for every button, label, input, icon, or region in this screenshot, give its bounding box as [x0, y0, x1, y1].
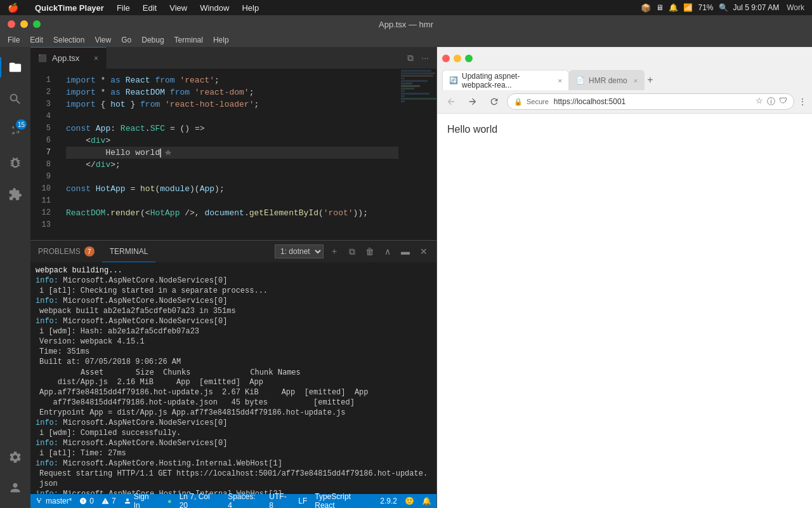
- panel-tab-problems[interactable]: PROBLEMS 7: [30, 241, 102, 262]
- browser-minimize-button[interactable]: [454, 55, 461, 62]
- line-num-3: 3: [30, 98, 56, 110]
- terminal-line: info: Microsoft.AspNetCore.NodeServices[…: [36, 438, 431, 448]
- menu-help-vscode[interactable]: Help: [208, 36, 234, 44]
- terminal-label: TERMINAL: [110, 247, 148, 256]
- code-content[interactable]: import * as React from 'react'; import *…: [61, 69, 398, 240]
- code-line-13: [66, 219, 398, 231]
- warnings-count[interactable]: 7: [102, 497, 116, 505]
- address-bar[interactable]: 🔒 Secure https://localhost:5001 ☆ ⓘ 🛡: [507, 93, 794, 110]
- line-num-1: 1: [30, 74, 56, 86]
- menu-go-vscode[interactable]: Go: [116, 36, 136, 44]
- kill-terminal-button[interactable]: 🗑: [362, 244, 378, 259]
- tab-filename: App.tsx: [52, 53, 79, 63]
- browser-tab-active[interactable]: 🔄 Updating aspnet-webpack-rea... ×: [442, 70, 569, 90]
- traffic-lights: [8, 20, 41, 28]
- tab-close-button[interactable]: ×: [94, 54, 98, 63]
- tab-actions: ⧉ ···: [405, 47, 436, 69]
- browser-tab-close-1[interactable]: ×: [558, 77, 562, 84]
- line-num-4: 4: [30, 110, 56, 123]
- browser-refresh-button[interactable]: [485, 93, 503, 110]
- window-title: App.tsx — hmr: [379, 20, 433, 29]
- activity-account[interactable]: [0, 472, 30, 503]
- menu-view[interactable]: View: [163, 3, 193, 13]
- add-terminal-button[interactable]: ＋: [326, 243, 343, 260]
- eol[interactable]: LF: [298, 497, 307, 505]
- terminal-line: i [wdm]: Hash: ab2e1a2fa5cdfeb07a23: [36, 326, 431, 337]
- apple-menu[interactable]: 🍎: [8, 3, 18, 13]
- close-panel-button[interactable]: ✕: [416, 244, 431, 259]
- git-branch[interactable]: master*: [36, 497, 72, 505]
- terminal-line: i [wdm]: Compiled successfully.: [36, 428, 431, 438]
- terminal-selector[interactable]: 1: dotnet: [275, 244, 324, 258]
- line-num-11: 11: [30, 195, 56, 207]
- activity-extensions[interactable]: [0, 179, 30, 210]
- menu-window[interactable]: Window: [193, 3, 235, 13]
- terminal-line: App.af7f3e84815dd4f79186.hot-update.js 2…: [36, 387, 431, 398]
- layout-button[interactable]: ▬: [397, 244, 414, 259]
- work-label: Work: [787, 3, 804, 12]
- secure-icon: 🔒: [514, 98, 523, 106]
- terminal-line: Time: 351ms: [36, 347, 431, 357]
- info-icon[interactable]: ⓘ: [767, 96, 775, 107]
- menu-file-vscode[interactable]: File: [3, 36, 25, 44]
- minimize-button[interactable]: [20, 20, 28, 28]
- maximize-panel-button[interactable]: ∧: [381, 244, 395, 259]
- activity-debug[interactable]: [0, 147, 30, 178]
- menu-terminal-vscode[interactable]: Terminal: [169, 36, 208, 44]
- line-num-2: 2: [30, 86, 56, 98]
- activity-source-control[interactable]: 15: [0, 116, 30, 146]
- editor-tab-app-tsx[interactable]: ⬛ App.tsx ×: [30, 47, 107, 69]
- system-time: Jul 5 9:07 AM: [733, 3, 780, 12]
- menu-view-vscode[interactable]: View: [89, 36, 116, 44]
- browser-extras: ⋮: [798, 97, 807, 107]
- menu-edit[interactable]: Edit: [136, 3, 163, 13]
- menu-help[interactable]: Help: [235, 3, 265, 13]
- panel-tab-terminal[interactable]: TERMINAL: [102, 241, 156, 262]
- activity-settings[interactable]: [0, 442, 30, 472]
- cursor-position[interactable]: Ln 7, Col 20: [180, 492, 221, 508]
- editor-section: ⬛ App.tsx × ⧉ ··· 1 2 3 4: [30, 47, 436, 240]
- maximize-button[interactable]: [33, 20, 41, 28]
- browser-tab-close-2[interactable]: ×: [634, 77, 638, 84]
- errors-count[interactable]: 0: [79, 497, 94, 505]
- browser-back-button[interactable]: [442, 93, 460, 110]
- menu-file[interactable]: File: [110, 3, 136, 13]
- browser-tab-inactive[interactable]: 📄 HMR demo ×: [569, 70, 645, 90]
- encoding[interactable]: UTF-8: [269, 492, 291, 508]
- language-mode[interactable]: TypeScript React: [315, 492, 372, 508]
- notification-icon: 🔔: [669, 3, 678, 12]
- bookmark-icon[interactable]: ☆: [756, 96, 763, 107]
- emoji-button[interactable]: 🙂: [405, 497, 414, 505]
- more-actions-button[interactable]: ···: [419, 50, 431, 65]
- menu-selection-vscode[interactable]: Selection: [48, 36, 89, 44]
- menu-edit-vscode[interactable]: Edit: [25, 36, 48, 44]
- split-editor-button[interactable]: ⧉: [405, 50, 416, 66]
- line-num-12: 12: [30, 207, 56, 219]
- editor-tab-bar: ⬛ App.tsx × ⧉ ···: [30, 47, 436, 69]
- code-line-8: </div>;: [66, 159, 398, 171]
- menu-debug-vscode[interactable]: Debug: [136, 36, 169, 44]
- activity-search[interactable]: [0, 84, 30, 114]
- browser-tab-title-2: HMR demo: [589, 76, 627, 85]
- indentation[interactable]: Spaces: 4: [228, 492, 261, 508]
- menu-app-name[interactable]: QuickTime Player: [29, 3, 110, 13]
- ts-version[interactable]: 2.9.2: [380, 497, 397, 505]
- split-terminal-button[interactable]: ⧉: [345, 244, 359, 260]
- hello-world-text: Hello world: [447, 124, 802, 135]
- activity-files[interactable]: [0, 52, 30, 83]
- sign-in-button[interactable]: Sign In: [124, 492, 157, 508]
- code-line-5: const App: React.SFC = () =>: [66, 123, 398, 135]
- shield-icon[interactable]: 🛡: [779, 96, 787, 107]
- search-icon[interactable]: 🔍: [719, 3, 728, 12]
- new-tab-button[interactable]: +: [647, 74, 653, 86]
- close-button[interactable]: [8, 20, 15, 28]
- browser-close-button[interactable]: [442, 55, 450, 62]
- terminal-line: Request starting HTTP/1.1 GET https://lo…: [36, 469, 431, 489]
- terminal-content[interactable]: webpack building... info: Microsoft.AspN…: [30, 263, 436, 494]
- notification-bell[interactable]: 🔔: [422, 497, 431, 505]
- panel-section: PROBLEMS 7 TERMINAL 1: dotnet ＋ ⧉: [30, 240, 436, 494]
- browser-forward-button[interactable]: [464, 93, 481, 110]
- browser-maximize-button[interactable]: [465, 55, 473, 62]
- code-editor[interactable]: 1 2 3 4 5 6 7 8 9 10 11 12 13: [30, 69, 436, 240]
- extensions-icon[interactable]: ⋮: [798, 97, 807, 107]
